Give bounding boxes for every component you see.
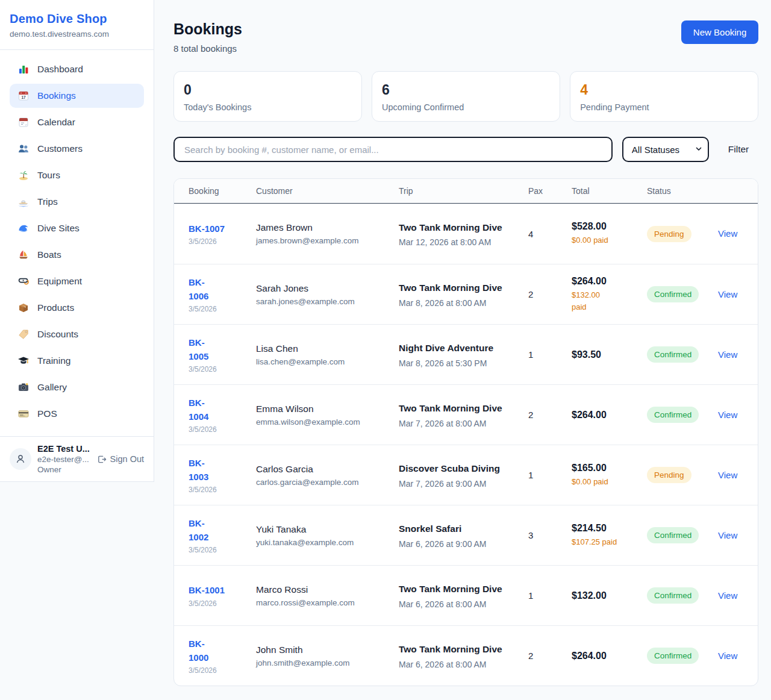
sidebar-item-tours[interactable]: Tours — [10, 163, 144, 187]
person-icon — [14, 453, 27, 465]
view-link[interactable]: View — [718, 410, 737, 420]
stat-value: 0 — [184, 82, 352, 98]
view-link[interactable]: View — [718, 530, 737, 540]
view-link[interactable]: View — [718, 590, 737, 601]
customer-name: John Smith — [256, 645, 393, 655]
trip-datetime: Mar 6, 2026 at 9:00 AM — [399, 539, 522, 549]
new-booking-button[interactable]: New Booking — [681, 20, 758, 44]
total-amount: $264.00 — [572, 651, 641, 661]
table-row: BK-10053/5/2026Lisa Chenlisa.chen@exampl… — [174, 324, 758, 384]
stat-label: Today's Bookings — [184, 102, 352, 112]
customer-email: emma.wilson@example.com — [256, 417, 393, 427]
view-link[interactable]: View — [718, 651, 737, 661]
view-link[interactable]: View — [718, 349, 737, 360]
status-select[interactable]: All Statuses — [622, 137, 709, 162]
booking-id-link[interactable]: BK-1006 — [189, 275, 208, 304]
sidebar-item-products[interactable]: Products — [10, 296, 144, 320]
status-badge: Pending — [647, 467, 691, 483]
dive-sites-icon — [17, 222, 30, 234]
search-input[interactable] — [173, 137, 613, 162]
sidebar-item-label: Customers — [37, 143, 83, 154]
total-amount: $165.00 — [572, 463, 641, 473]
customer-email: james.brown@example.com — [256, 236, 393, 245]
column-header-trip: Trip — [399, 186, 528, 196]
sidebar-item-dashboard[interactable]: Dashboard — [10, 57, 144, 81]
pax-count: 3 — [528, 530, 572, 540]
booking-id-link[interactable]: BK-1007 — [189, 222, 225, 236]
sidebar-item-gallery[interactable]: Gallery — [10, 375, 144, 399]
products-icon — [17, 302, 30, 314]
trip-datetime: Mar 7, 2026 at 8:00 AM — [399, 419, 522, 428]
total-amount: $264.00 — [572, 410, 641, 420]
booking-id-link[interactable]: BK-1004 — [189, 396, 208, 424]
stat-label: Pending Payment — [580, 102, 748, 112]
page-subtitle: 8 total bookings — [173, 43, 242, 54]
booking-id-link[interactable]: BK-1002 — [189, 516, 208, 545]
view-link[interactable]: View — [718, 228, 737, 239]
stat-cards: 0Today's Bookings6Upcoming Confirmed4Pen… — [173, 71, 758, 122]
sidebar-item-equipment[interactable]: Equipment — [10, 269, 144, 293]
dashboard-icon — [17, 63, 30, 75]
status-badge: Confirmed — [647, 527, 699, 543]
table-row: BK-10063/5/2026Sarah Jonessarah.jones@ex… — [174, 264, 758, 324]
sidebar-header: Demo Dive Shop demo.test.divestreams.com — [0, 0, 154, 50]
booking-date: 3/5/2026 — [189, 546, 250, 554]
column-header-status: Status — [647, 186, 718, 196]
trip-datetime: Mar 6, 2026 at 8:00 AM — [399, 599, 522, 609]
total-amount: $93.50 — [572, 349, 641, 360]
status-badge: Confirmed — [647, 286, 699, 302]
sidebar-item-label: Bookings — [37, 90, 76, 101]
sidebar-item-dive-sites[interactable]: Dive Sites — [10, 216, 144, 240]
table-body: BK-10073/5/2026James Brownjames.brown@ex… — [174, 204, 758, 686]
stat-value: 6 — [382, 82, 550, 98]
booking-id-link[interactable]: BK-1005 — [189, 336, 208, 364]
sidebar-item-bookings[interactable]: 17Bookings — [10, 84, 144, 108]
trip-name: Discover Scuba Diving — [399, 461, 502, 475]
sidebar-item-trips[interactable]: Trips — [10, 190, 144, 214]
svg-text:17: 17 — [21, 95, 26, 99]
booking-date: 3/5/2026 — [189, 425, 250, 434]
app-root: Demo Dive Shop demo.test.divestreams.com… — [0, 0, 771, 700]
view-link[interactable]: View — [718, 289, 737, 299]
sidebar-item-calendar[interactable]: Calendar — [10, 110, 144, 134]
sidebar: Demo Dive Shop demo.test.divestreams.com… — [0, 0, 154, 482]
sign-out-button[interactable]: Sign Out — [96, 454, 144, 464]
customer-email: carlos.garcia@example.com — [256, 478, 393, 487]
column-header-booking: Booking — [189, 186, 256, 196]
table-row: BK-10033/5/2026Carlos Garciacarlos.garci… — [174, 445, 758, 505]
table-row: BK-10003/5/2026John Smithjohn.smith@exam… — [174, 625, 758, 686]
sidebar-item-customers[interactable]: Customers — [10, 137, 144, 161]
pax-count: 2 — [528, 651, 572, 661]
booking-id-link[interactable]: BK-1000 — [189, 637, 208, 665]
equipment-icon — [17, 275, 30, 287]
sign-out-icon — [96, 454, 107, 464]
sidebar-item-label: POS — [37, 408, 57, 419]
sidebar-item-training[interactable]: Training — [10, 349, 144, 373]
paid-amount: $132.00paid — [572, 289, 641, 313]
gallery-icon — [17, 381, 30, 393]
booking-id-link[interactable]: BK-1001 — [189, 583, 225, 597]
status-badge: Confirmed — [647, 587, 699, 604]
customer-name: Carlos Garcia — [256, 464, 393, 475]
status-badge: Confirmed — [647, 648, 699, 664]
sidebar-item-pos[interactable]: POS — [10, 402, 144, 426]
sign-out-label: Sign Out — [110, 454, 144, 464]
sidebar-item-discounts[interactable]: Discounts — [10, 322, 144, 346]
customer-name: Emma Wilson — [256, 404, 393, 414]
pax-count: 4 — [528, 229, 572, 239]
user-email: e2e-tester@... — [37, 455, 90, 464]
pax-count: 2 — [528, 289, 572, 299]
view-link[interactable]: View — [718, 470, 737, 480]
sidebar-item-label: Discounts — [37, 329, 78, 340]
booking-id-link[interactable]: BK-1003 — [189, 456, 208, 484]
customer-email: lisa.chen@example.com — [256, 357, 393, 366]
customer-email: yuki.tanaka@example.com — [256, 538, 393, 547]
total-amount: $528.00 — [572, 221, 641, 232]
status-select-wrap: All Statuses — [622, 137, 709, 162]
booking-date: 3/5/2026 — [189, 237, 250, 246]
sidebar-item-boats[interactable]: Boats — [10, 243, 144, 267]
status-badge: Confirmed — [647, 407, 699, 423]
sidebar-item-label: Gallery — [37, 382, 67, 393]
trip-name: Two Tank Morning Dive — [399, 220, 502, 234]
filter-button[interactable]: Filter — [719, 144, 758, 155]
